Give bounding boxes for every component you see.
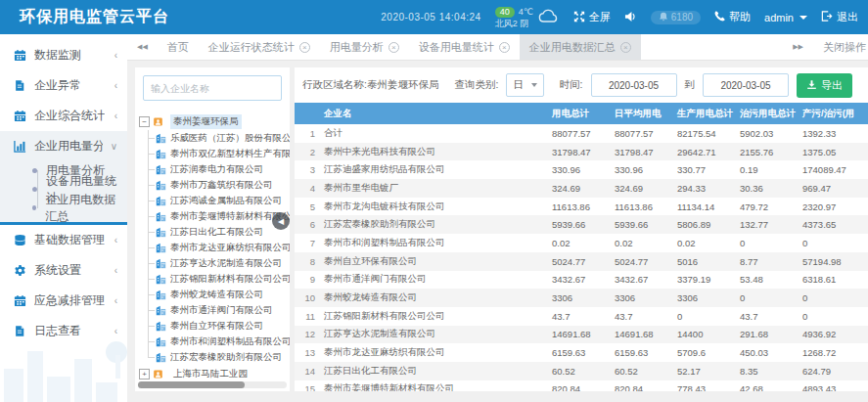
close-icon[interactable]: × xyxy=(388,42,399,53)
help-button[interactable]: 帮助 xyxy=(714,10,751,24)
export-button[interactable]: 导出 xyxy=(797,73,852,98)
table-row[interactable]: 9泰州市通洋阀门有限公司3432.673432.673379.1953.4863… xyxy=(295,271,868,290)
table-row[interactable]: 13泰州市龙达亚麻纺织有限公司6159.636159.635709.6450.0… xyxy=(295,343,868,362)
table-row[interactable]: 4泰州市里华电镀厂324.69324.69294.3330.36969.47 xyxy=(295,179,868,198)
sidebar-item-1[interactable]: 企业异常‹ xyxy=(0,70,127,101)
table-header-cell: 日平均用电 xyxy=(611,103,673,124)
table-row[interactable]: 3江苏迪盛家用纺织品有限公司330.96330.96330.770.191740… xyxy=(295,160,868,179)
tree-node[interactable]: 江苏润泰电力有限公司 xyxy=(139,161,290,177)
weather-widget: 40 4℃ 北风2 阴 xyxy=(495,7,560,28)
tree-node[interactable]: 泰州市姜堰博特新材料有限公司 xyxy=(139,208,290,224)
close-icon[interactable]: × xyxy=(620,42,631,53)
table-row[interactable]: 11江苏锦阳新材料有限公司公司43.743.7043.70 xyxy=(295,307,868,326)
table-row[interactable]: 5泰州市龙沟电镀科技有限公司11613.8611613.8611134.1447… xyxy=(295,198,868,216)
sidebar-item-5[interactable]: 系统设置‹ xyxy=(0,255,127,286)
app-window: 环保用电监管云平台 2020-03-05 14:04:24 40 4℃ 北风2 … xyxy=(0,0,868,402)
tree-node-label: 江苏锦阳新材料有限公司公司 xyxy=(170,273,290,286)
sidebar-subitem-2[interactable]: 企业用电数据汇总 xyxy=(0,199,127,217)
company-name-cell: 泰州中来光电科技有限公司 xyxy=(320,143,548,161)
scroll-tabs-right-icon[interactable]: ▶▶ xyxy=(783,43,813,51)
user-menu[interactable]: admin xyxy=(764,12,807,23)
tree-node[interactable]: 江苏宏泰橡胶助剂有限公司 xyxy=(139,349,290,365)
alarm-count-badge[interactable]: 6180 xyxy=(651,11,701,24)
table-row[interactable]: 8泰州自立环保有限公司5024.775024.7750168.7757194.9… xyxy=(295,252,868,271)
tree-node[interactable]: 江苏亨达水泥制造有限公司 xyxy=(139,255,290,271)
company-name-cell: 江苏日出化工有限公司 xyxy=(320,362,548,380)
tree-node[interactable]: 江苏日出化工有限公司 xyxy=(139,224,290,240)
tree-node[interactable]: 泰州市龙达亚麻纺织有限公司 xyxy=(139,240,290,255)
tree-root-node[interactable]: +上海市马陆工业园 xyxy=(139,365,290,382)
row-index-cell: 4 xyxy=(295,179,320,198)
tree-node-label: 江苏日出化工有限公司 xyxy=(170,226,263,239)
tab-1[interactable]: 企业运行状态统计× xyxy=(199,34,320,60)
sidebar-item-4[interactable]: 基础数据管理‹ xyxy=(0,225,127,255)
panel-collapse-button[interactable]: ◀ xyxy=(272,212,290,230)
content-area: −泰州姜堰环保局乐威医药（江苏）股份有限公司泰州市双亿新型材料生产有限公司江苏润… xyxy=(127,61,868,402)
scrollbar-thumb[interactable] xyxy=(138,381,245,388)
search-input[interactable] xyxy=(143,75,282,101)
tree-root-label: 上海市马陆工业园 xyxy=(170,367,251,381)
value-cell: 53.48 xyxy=(736,271,799,290)
value-cell: 4373.65 xyxy=(799,215,868,234)
value-cell: 820.84 xyxy=(548,380,611,391)
horizontal-scrollbar[interactable] xyxy=(138,381,287,388)
tree-node[interactable]: 泰州市万鑫筑织有限公司 xyxy=(139,177,290,193)
sidebar-item-0[interactable]: 数据监测‹ xyxy=(0,40,127,70)
sidebar-item-label: 系统设置 xyxy=(34,262,81,279)
sidebar-item-2[interactable]: 企业综合统计‹ xyxy=(0,101,127,131)
row-index-cell: 8 xyxy=(295,252,320,271)
table-header-cell xyxy=(295,103,320,124)
sidebar-item-6[interactable]: 应急减排管理‹ xyxy=(0,286,127,316)
close-icon[interactable]: × xyxy=(299,42,310,53)
tree-node[interactable]: 江苏鸿诚金属制品有限公司 xyxy=(139,193,290,208)
table-header-cell: 生产用电总计 xyxy=(673,103,736,124)
logout-button[interactable]: 退出 xyxy=(821,10,858,24)
company-name-cell: 泰州市龙沟电镀科技有限公司 xyxy=(320,198,548,216)
value-cell: 0 xyxy=(799,234,868,252)
tree-connector xyxy=(143,271,156,287)
wind-label: 北风2 xyxy=(495,19,518,28)
tree-node[interactable]: 泰州市双亿新型材料生产有限公司 xyxy=(139,146,290,161)
speaker-icon[interactable] xyxy=(624,11,637,24)
app-title: 环保用电监管云平台 xyxy=(0,7,169,27)
tab-4[interactable]: 企业用电数据汇总× xyxy=(520,34,641,60)
tab-0[interactable]: 首页 xyxy=(158,34,199,60)
table-row[interactable]: 6江苏宏泰橡胶助剂有限公司5939.665939.665806.89132.77… xyxy=(295,215,868,234)
tree-connector xyxy=(143,146,156,161)
table-row[interactable]: 1合计88077.5788077.5782175.545902.031392.3… xyxy=(295,124,868,143)
table-row[interactable]: 15泰州市姜堰博特新材料有限公司820.84820.84778.4342.684… xyxy=(295,380,868,391)
tab-2[interactable]: 用电量分析× xyxy=(320,34,409,60)
tree-node[interactable]: 泰州蛟龙铸造有限公司 xyxy=(139,287,290,302)
tree-node[interactable]: 江苏锦阳新材料有限公司公司 xyxy=(139,271,290,287)
category-select[interactable]: 日 xyxy=(506,73,543,97)
tab-3[interactable]: 设备用电量统计× xyxy=(409,34,520,60)
sidebar-item-label: 基础数据管理 xyxy=(34,232,105,248)
scroll-tabs-left-icon[interactable]: ◀◀ xyxy=(127,34,158,60)
date-from-input[interactable] xyxy=(591,73,677,97)
tree-expander-icon[interactable]: − xyxy=(139,116,150,127)
tree-node-label: 泰州市通洋阀门有限公司 xyxy=(170,304,273,317)
sidebar-item-7[interactable]: 日志查看‹ xyxy=(0,316,127,346)
table-row[interactable]: 2泰州中来光电科技有限公司31798.4731798.4729642.71215… xyxy=(295,143,868,161)
tree-node[interactable]: 乐威医药（江苏）股份有限公司 xyxy=(139,130,290,146)
file-icon xyxy=(13,325,26,338)
sidebar-item-3[interactable]: 企业用电量分析∨ xyxy=(0,131,127,161)
tree-node[interactable]: 泰州市和润塑料制品有限公司 xyxy=(139,334,290,349)
close-operations-button[interactable]: 关闭操作 xyxy=(823,40,866,55)
tree-node[interactable]: 泰州自立环保有限公司 xyxy=(139,318,290,334)
table-header-cell: 产污/治污(用 xyxy=(799,103,868,124)
org-icon xyxy=(153,368,164,380)
table-row[interactable]: 14江苏日出化工有限公司60.5260.5252.178.35624.79 xyxy=(295,362,868,380)
value-cell: 5806.89 xyxy=(673,215,736,234)
tree-node[interactable]: 泰州市通洋阀门有限公司 xyxy=(139,302,290,318)
table-row[interactable]: 12江苏亨达水泥制造有限公司14691.6814691.6814400291.6… xyxy=(295,326,868,344)
table-row[interactable]: 10泰州蛟龙铸造有限公司33063306330600 xyxy=(295,289,868,307)
file-icon xyxy=(13,79,26,93)
close-icon[interactable]: × xyxy=(499,42,510,53)
tree-root-node[interactable]: −泰州姜堰环保局 xyxy=(139,112,290,130)
date-to-input[interactable] xyxy=(703,73,789,97)
table-row[interactable]: 7泰州市和润塑料制品有限公司0.020.020.0200 xyxy=(295,234,868,252)
value-cell: 4936.92 xyxy=(799,326,868,344)
fullscreen-button[interactable]: 全屏 xyxy=(573,10,611,24)
tree-expander-icon[interactable]: + xyxy=(139,369,150,380)
